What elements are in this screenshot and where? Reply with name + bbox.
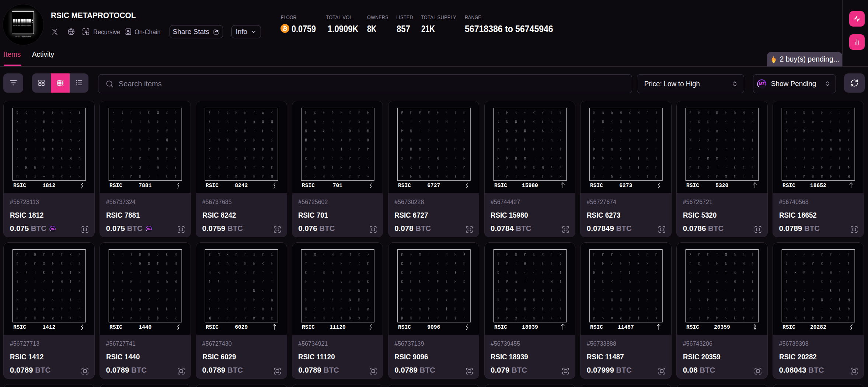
svg-text:MΣ: MΣ [759, 82, 765, 86]
